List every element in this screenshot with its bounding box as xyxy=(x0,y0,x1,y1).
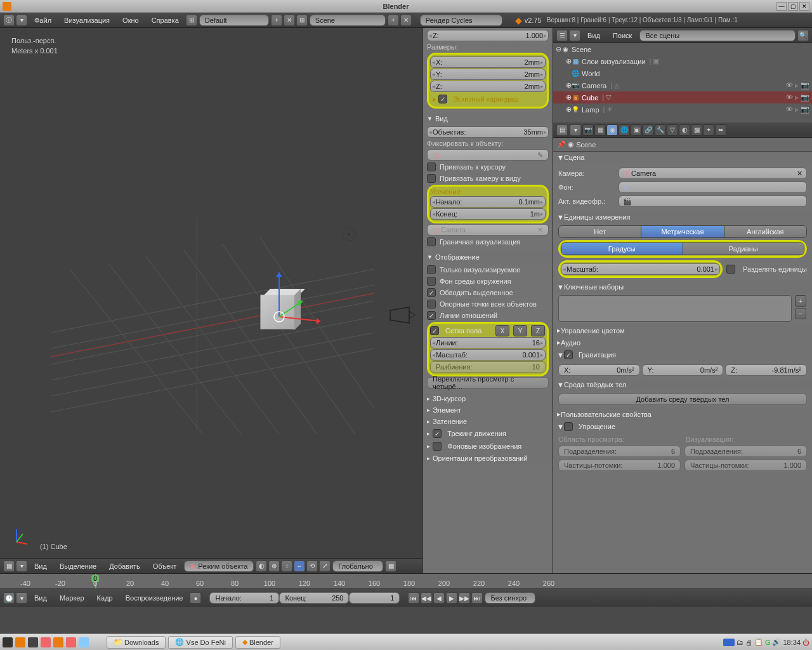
render-tab-icon[interactable]: 📷 xyxy=(582,124,594,136)
texture-tab-icon[interactable]: ▩ xyxy=(691,124,702,136)
keyset-add-icon[interactable]: + xyxy=(795,295,806,307)
angle-unit-selector[interactable]: Градусы Радианы xyxy=(561,242,804,255)
lamp-object-icon[interactable] xyxy=(339,225,358,244)
add-rigidbody-button[interactable]: Добавить среду твёрдых тел xyxy=(558,394,807,405)
keysets-section-header[interactable]: ▼Ключевые наборы xyxy=(553,281,812,293)
only-render-checkbox[interactable] xyxy=(427,265,436,274)
transform-orient-panel[interactable]: ▸Ориентации преобразований xyxy=(423,453,553,464)
task-vse[interactable]: 🌐 Vse Do FeNi xyxy=(168,636,232,649)
volume-icon[interactable]: 🔊 xyxy=(772,638,781,646)
mode-selector[interactable]: ◉ Режим объекта xyxy=(184,560,254,572)
timeline-ruler[interactable]: 0 -40-2002040608010012014016018020022024… xyxy=(0,574,812,589)
play-reverse-icon[interactable]: ◀ xyxy=(433,592,445,604)
expand-icon[interactable]: ▾ xyxy=(569,30,580,41)
bound-viz-checkbox[interactable] xyxy=(427,237,436,246)
vp-menu-object[interactable]: Объект xyxy=(147,562,183,570)
layout-add-icon[interactable]: + xyxy=(271,15,282,26)
vp-menu-select[interactable]: Выделение xyxy=(53,562,103,570)
scale-icon[interactable]: ⤢ xyxy=(319,560,331,572)
grid-y-button[interactable]: Y xyxy=(513,325,527,336)
translate-icon[interactable]: ↔ xyxy=(294,560,305,572)
tl-frame-menu[interactable]: Кадр xyxy=(91,594,119,602)
start-icon[interactable] xyxy=(3,637,13,647)
render-engine-selector[interactable]: Рендер Cycles xyxy=(420,15,502,26)
unit-system-selector[interactable]: Нет Метрическая Английская xyxy=(558,225,807,238)
shading-panel[interactable]: ▸Затенение xyxy=(423,416,553,427)
scene-tab-icon[interactable]: ◉ xyxy=(606,124,618,136)
folder-icon[interactable] xyxy=(79,637,89,647)
gravity-z-field[interactable]: Z:-9.81m/s² xyxy=(725,364,807,376)
modifiers-tab-icon[interactable]: 🔧 xyxy=(655,124,666,136)
gravity-y-field[interactable]: Y:0m/s² xyxy=(642,364,724,376)
bg-images-panel[interactable]: ▸ Фоновые изображения xyxy=(423,440,553,453)
outliner-world[interactable]: World xyxy=(582,70,600,77)
outliner-cube[interactable]: Cube xyxy=(582,94,598,102)
material-tab-icon[interactable]: ◐ xyxy=(679,124,690,136)
radians-button[interactable]: Радианы xyxy=(683,243,804,255)
outliner-renderlayers[interactable]: Слои визуализации xyxy=(582,58,646,65)
gravity-x-field[interactable]: X:0m/s² xyxy=(558,364,640,376)
audio-section-header[interactable]: ▸Аудио xyxy=(553,336,812,348)
scene-section-header[interactable]: ▼Сцена xyxy=(553,152,812,163)
vp-menu-view[interactable]: Вид xyxy=(28,562,53,570)
close-button[interactable]: ✕ xyxy=(799,2,809,11)
menu-render[interactable]: Визуализация xyxy=(58,17,116,24)
tl-playback-menu[interactable]: Воспроизведение xyxy=(119,594,190,602)
start-frame-field[interactable]: Начало:1 xyxy=(209,592,279,604)
unit-imperial-button[interactable]: Английская xyxy=(724,226,806,237)
element-panel[interactable]: ▸Элемент xyxy=(423,404,553,416)
bg-scene-field[interactable]: ◉ xyxy=(619,182,807,193)
data-tab-icon[interactable]: ▽ xyxy=(667,124,678,136)
gridscale-field[interactable]: ◂Масштаб:0.001▸ xyxy=(430,349,546,361)
view-panel-header[interactable]: ▼Вид xyxy=(423,113,553,124)
scene-selector[interactable]: Scene xyxy=(310,15,386,26)
vp-menu-add[interactable]: Добавить xyxy=(103,562,147,570)
renderlayers-tab-icon[interactable]: ▦ xyxy=(594,124,606,136)
layout-del-icon[interactable]: ✕ xyxy=(284,15,295,26)
clip-end-field[interactable]: ◂Конец:1m▸ xyxy=(430,208,546,220)
tl-marker-menu[interactable]: Маркер xyxy=(53,594,91,602)
degrees-button[interactable]: Градусы xyxy=(561,243,683,255)
pin-icon[interactable]: 📌 xyxy=(557,140,566,149)
keyset-remove-icon[interactable]: − xyxy=(795,308,806,319)
scene-browse-icon[interactable]: ⊞ xyxy=(296,15,308,26)
play-icon[interactable]: ▶ xyxy=(446,592,457,604)
editor-type-icon[interactable]: ☰ xyxy=(556,30,568,41)
gridfloor-checkbox[interactable] xyxy=(430,326,439,335)
scene-camera-field[interactable]: ◫ Camera✕ xyxy=(619,168,807,179)
toggle-quad-button[interactable]: Переключить просмотр с четырё… xyxy=(427,377,549,388)
camera-object-icon[interactable] xyxy=(387,304,416,329)
autokey-icon[interactable]: ● xyxy=(190,592,201,604)
firefox-icon[interactable] xyxy=(41,637,51,647)
gravity-section-header[interactable]: ▼ Гравитация xyxy=(553,348,812,361)
tray-icon[interactable]: G xyxy=(765,639,771,646)
manipulator-gizmo[interactable] xyxy=(257,263,327,333)
expand-icon[interactable]: ▾ xyxy=(16,15,27,26)
menu-help[interactable]: Справка xyxy=(145,17,185,24)
constraints-tab-icon[interactable]: 🔗 xyxy=(643,124,654,136)
dim-z-field[interactable]: ◂Z:2mm▸ xyxy=(430,81,546,92)
all-origins-checkbox[interactable] xyxy=(427,300,436,308)
outline-sel-checkbox[interactable] xyxy=(427,288,436,297)
menu-file[interactable]: Файл xyxy=(28,17,58,24)
terminal-icon[interactable] xyxy=(28,637,38,647)
expand-icon[interactable]: ▾ xyxy=(16,560,27,572)
customprops-section-header[interactable]: ▸Пользовательские свойства xyxy=(553,408,812,420)
grid-z-button[interactable]: Z xyxy=(531,325,545,336)
editor-type-icon[interactable]: ⓘ xyxy=(3,15,15,26)
outliner[interactable]: ⊖◉Scene ⊕▦Слои визуализации| ▣ 🌐World ⊕📷… xyxy=(553,43,812,123)
expand-icon[interactable]: ▾ xyxy=(570,124,581,136)
lock-cursor-checkbox[interactable] xyxy=(427,162,436,171)
task-blender[interactable]: ◆ Blender xyxy=(235,636,280,649)
colormgmt-section-header[interactable]: ▸Управление цветом xyxy=(553,324,812,336)
layers-icon[interactable]: ▦ xyxy=(385,560,396,572)
search-icon[interactable]: 🔍 xyxy=(797,30,809,41)
app-icon[interactable] xyxy=(53,637,63,647)
lens-field[interactable]: ◂Объектив:35mm▸ xyxy=(427,126,549,138)
editor-type-icon[interactable]: ▦ xyxy=(3,560,15,572)
physics-tab-icon[interactable]: ⬌ xyxy=(715,124,726,136)
dim-x-field[interactable]: ◂X:2mm▸ xyxy=(430,56,546,68)
layout-browse-icon[interactable]: ⊞ xyxy=(186,15,197,26)
tl-view-menu[interactable]: Вид xyxy=(28,594,53,602)
expand-icon[interactable]: ▾ xyxy=(16,592,27,604)
